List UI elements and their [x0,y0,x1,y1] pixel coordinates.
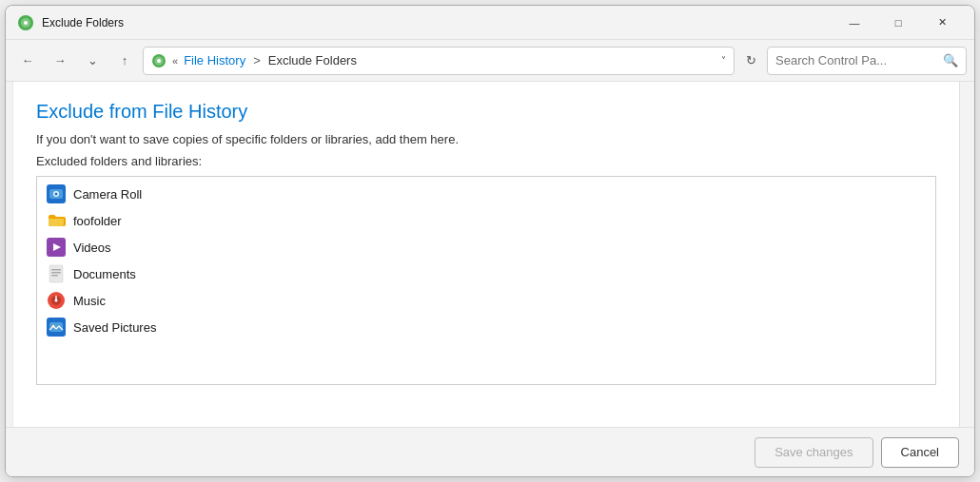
recent-locations-button[interactable]: ⌄ [78,47,107,75]
list-item[interactable]: Camera Roll [37,181,935,207]
minimize-button[interactable]: — [833,8,875,38]
svg-rect-12 [49,265,63,282]
window-title: Exclude Folders [42,16,833,29]
file-history-icon [151,53,167,68]
list-item[interactable]: Saved Pictures [37,314,935,340]
title-bar: Exclude Folders — □ ✕ [6,6,974,40]
cancel-button[interactable]: Cancel [881,437,959,468]
main-window: Exclude Folders — □ ✕ ← → ⌄ ↑ « File His… [5,5,975,477]
page-description: If you don't want to save copies of spec… [36,132,936,146]
content-area: Exclude from File History If you don't w… [13,82,959,427]
navigation-bar: ← → ⌄ ↑ « File History > Exclude Folders… [6,40,974,82]
folders-list: Camera RollfoofolderVideosDocumentsMusic… [36,176,936,385]
refresh-button[interactable]: ↻ [738,48,763,73]
folder-name: Camera Roll [73,187,142,202]
search-icon: 🔍 [943,53,958,67]
camera-roll-icon [47,184,66,203]
list-item[interactable]: Videos [37,234,935,260]
address-chevron-icon[interactable]: ˅ [721,55,726,66]
page-title: Exclude from File History [36,101,936,123]
svg-point-2 [24,21,28,25]
breadcrumb-part2: Exclude Folders [268,53,357,67]
music-icon [47,291,66,310]
window-controls: — □ ✕ [833,8,963,38]
breadcrumb-separator: « [172,55,178,67]
folder-name: Videos [73,241,111,255]
documents-icon [47,264,66,283]
list-item[interactable]: Documents [37,260,935,287]
section-label: Excluded folders and libraries: [36,154,936,168]
back-button[interactable]: ← [13,47,42,75]
folder-name: foofolder [73,214,122,228]
maximize-button[interactable]: □ [877,8,919,38]
search-bar[interactable]: 🔍 [767,47,967,75]
close-button[interactable]: ✕ [921,8,963,38]
left-sidebar [6,82,13,427]
list-item[interactable]: foofolder [37,207,935,234]
saved-pictures-icon [47,318,66,337]
bottom-bar: Save changes Cancel [6,427,974,476]
address-bar[interactable]: « File History > Exclude Folders ˅ [143,47,735,75]
search-input[interactable] [775,53,937,67]
scrollbar[interactable] [959,82,974,427]
breadcrumb-part1: File History [184,53,245,67]
breadcrumb-arrow: > [253,53,261,67]
folder-yellow-icon [47,211,66,230]
svg-point-9 [55,193,58,196]
folder-name: Documents [73,267,136,281]
svg-rect-13 [51,269,61,271]
svg-rect-20 [49,322,63,332]
folder-name: Music [73,294,106,308]
folder-name: Saved Pictures [73,320,156,335]
app-icon [17,14,34,31]
list-item[interactable]: Music [37,287,935,314]
forward-button[interactable]: → [46,47,74,75]
svg-point-5 [157,59,161,63]
save-changes-button[interactable]: Save changes [755,437,872,468]
svg-rect-14 [51,272,61,274]
svg-rect-15 [51,275,58,277]
videos-icon [47,238,66,257]
main-content: Exclude from File History If you don't w… [6,82,974,427]
up-button[interactable]: ↑ [110,47,139,75]
